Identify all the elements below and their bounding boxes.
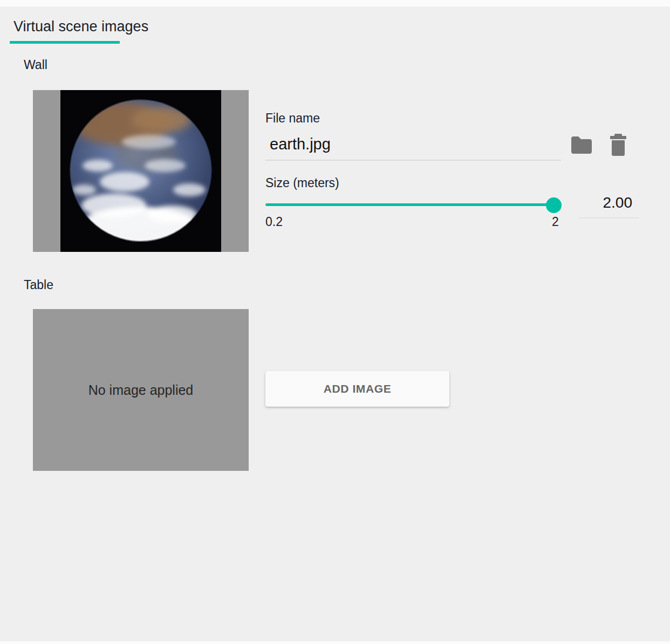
earth-image: [33, 90, 249, 252]
file-name-input-underline: [265, 160, 561, 161]
size-slider-handle[interactable]: [546, 197, 562, 213]
browse-file-button[interactable]: [569, 135, 592, 154]
size-slider-max-label: 2: [552, 215, 559, 229]
table-section-label: Table: [24, 278, 53, 292]
add-image-button-label: ADD IMAGE: [324, 382, 392, 395]
page-title: Virtual scene images: [13, 18, 148, 35]
no-image-placeholder-text: No image applied: [88, 382, 194, 398]
size-label: Size (meters): [265, 176, 339, 190]
top-strip: [0, 0, 670, 6]
size-slider-track[interactable]: [265, 203, 561, 206]
wall-section-label: Wall: [24, 58, 47, 72]
size-slider-min-label: 0.2: [265, 215, 283, 229]
delete-image-button[interactable]: [607, 133, 629, 157]
trash-icon: [607, 133, 629, 157]
file-name-input[interactable]: earth.jpg: [270, 135, 331, 153]
size-value-input-underline: [578, 217, 639, 218]
folder-icon: [569, 135, 592, 154]
title-underline: [10, 41, 120, 44]
add-image-button[interactable]: ADD IMAGE: [265, 371, 449, 407]
file-name-label: File name: [265, 111, 320, 126]
bottom-strip: [0, 641, 670, 644]
table-image-preview: No image applied: [33, 309, 249, 471]
size-value-input[interactable]: 2.00: [578, 194, 639, 211]
wall-image-preview: [33, 90, 249, 252]
